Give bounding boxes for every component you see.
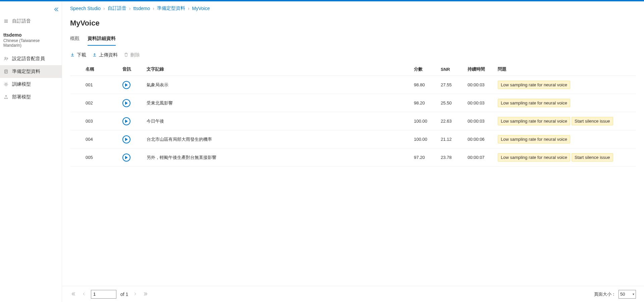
delete-button: 刪除 xyxy=(124,52,140,58)
sidebar-item-voice-talent[interactable]: 設定語音配音員 xyxy=(0,52,62,65)
data-icon xyxy=(3,69,9,74)
main-content: Speech Studio › 自訂語音 › ttsdemo › 準備定型資料 … xyxy=(62,1,644,302)
play-button[interactable] xyxy=(122,135,130,143)
play-button[interactable] xyxy=(122,99,130,107)
cell-name: 005 xyxy=(83,148,120,167)
sidebar-item-train-model[interactable]: 訓練模型 xyxy=(0,78,62,91)
sidebar-item-prepare-data[interactable]: 準備定型資料 xyxy=(0,65,62,78)
col-header-snr[interactable]: SNR xyxy=(438,63,465,76)
cell-issues: Low sampling rate for neural voiceStart … xyxy=(495,148,636,167)
svg-marker-11 xyxy=(125,83,128,87)
cell-issues: Low sampling rate for neural voiceStart … xyxy=(495,112,636,130)
col-header-duration[interactable]: 持續時間 xyxy=(465,63,495,76)
cell-issues: Low sampling rate for neural voice xyxy=(495,130,636,148)
breadcrumb-current[interactable]: MyVoice xyxy=(192,6,210,11)
cell-snr: 21.12 xyxy=(438,130,465,148)
cell-score: 100.00 xyxy=(411,130,438,148)
table-row[interactable]: 003 今日午後 100.00 22.63 00:00:03 Low sampl… xyxy=(70,112,636,130)
svg-marker-15 xyxy=(125,156,128,159)
issue-badge: Low sampling rate for neural voice xyxy=(498,81,570,89)
breadcrumb: Speech Studio › 自訂語音 › ttsdemo › 準備定型資料 … xyxy=(70,5,636,11)
cell-snr: 23.78 xyxy=(438,148,465,167)
table-header-row: 名稱 音訊 文字記錄 分數 SNR 持續時間 問題 xyxy=(70,63,636,76)
issue-badge: Low sampling rate for neural voice xyxy=(498,99,570,107)
cell-issues: Low sampling rate for neural voice xyxy=(495,94,636,112)
delete-label: 刪除 xyxy=(130,52,140,58)
page-size-select[interactable]: 50 ▾ xyxy=(619,290,636,299)
play-icon xyxy=(125,138,128,141)
svg-marker-13 xyxy=(125,120,128,123)
chevron-down-icon: ▾ xyxy=(633,292,634,296)
col-header-text[interactable]: 文字記錄 xyxy=(144,63,411,76)
tabs: 概觀 資料詳細資料 xyxy=(70,34,636,46)
voice-talent-icon xyxy=(3,56,9,61)
page-title: MyVoice xyxy=(70,19,636,28)
breadcrumb-link[interactable]: ttsdemo xyxy=(133,6,150,11)
page-of-label: of 1 xyxy=(120,292,128,297)
cell-transcript: 受東北風影響 xyxy=(144,94,411,112)
cell-score: 98.20 xyxy=(411,94,438,112)
pager-last-button[interactable] xyxy=(142,290,149,298)
issue-badge: Start silence issue xyxy=(572,153,613,162)
play-icon xyxy=(125,156,128,159)
toolbar: 下載 上傳資料 刪除 xyxy=(70,52,636,58)
pager-prev-button[interactable] xyxy=(81,290,87,298)
cell-snr: 25.50 xyxy=(438,94,465,112)
cell-duration: 00:00:03 xyxy=(465,112,495,130)
pager: of 1 頁面大小： 50 ▾ xyxy=(62,286,644,302)
project-language: Chinese (Taiwanese Mandarin) xyxy=(3,38,57,48)
deploy-icon xyxy=(3,95,9,99)
play-icon xyxy=(125,83,128,87)
delete-icon xyxy=(124,52,128,58)
project-name: ttsdemo xyxy=(3,32,57,38)
chevron-right-icon: › xyxy=(103,6,105,11)
page-input[interactable] xyxy=(91,290,116,299)
svg-marker-14 xyxy=(125,138,128,141)
table-row[interactable]: 002 受東北風影響 98.20 25.50 00:00:03 Low samp… xyxy=(70,94,636,112)
table-row[interactable]: 005 另外，輕颱午後生產對台無直接影響 97.20 23.78 00:00:0… xyxy=(70,148,636,167)
cell-score: 98.80 xyxy=(411,76,438,94)
sidebar-item-label: 部署模型 xyxy=(12,94,31,100)
page-size-value: 50 xyxy=(620,292,625,297)
sidebar-item-label: 準備定型資料 xyxy=(12,69,40,75)
sidebar-section-title: 自訂語音 xyxy=(0,15,62,28)
chevron-right-icon: › xyxy=(188,6,190,11)
download-button[interactable]: 下載 xyxy=(70,52,86,58)
issue-badge: Low sampling rate for neural voice xyxy=(498,153,570,162)
pager-next-button[interactable] xyxy=(132,290,138,298)
play-button[interactable] xyxy=(122,117,130,125)
cell-name: 004 xyxy=(83,130,120,148)
page-size-label: 頁面大小： xyxy=(594,291,616,297)
tab-data-details[interactable]: 資料詳細資料 xyxy=(88,34,116,46)
breadcrumb-link[interactable]: 自訂語音 xyxy=(108,5,126,11)
table-row[interactable]: 004 台北市山區有局部大雨發生的機率 100.00 21.12 00:00:0… xyxy=(70,130,636,148)
breadcrumb-link[interactable]: Speech Studio xyxy=(70,6,101,11)
col-header-name[interactable]: 名稱 xyxy=(83,63,120,76)
sidebar-item-label: 設定語音配音員 xyxy=(12,56,45,62)
play-button[interactable] xyxy=(122,154,130,162)
table-row[interactable]: 001 氣象局表示 98.80 27.55 00:00:03 Low sampl… xyxy=(70,76,636,94)
sidebar-collapse-button[interactable] xyxy=(51,4,62,15)
cell-duration: 00:00:07 xyxy=(465,148,495,167)
sidebar-item-label: 訓練模型 xyxy=(12,81,31,87)
breadcrumb-link[interactable]: 準備定型資料 xyxy=(157,5,185,11)
col-header-audio[interactable]: 音訊 xyxy=(120,63,144,76)
upload-label: 上傳資料 xyxy=(99,52,118,58)
pager-first-button[interactable] xyxy=(70,290,77,298)
sidebar-item-deploy-model[interactable]: 部署模型 xyxy=(0,91,62,103)
cell-duration: 00:00:06 xyxy=(465,130,495,148)
sidebar-section-label: 自訂語音 xyxy=(12,18,31,24)
upload-button[interactable]: 上傳資料 xyxy=(92,52,118,58)
cell-duration: 00:00:03 xyxy=(465,76,495,94)
train-model-icon xyxy=(3,82,9,87)
col-header-issue[interactable]: 問題 xyxy=(495,63,636,76)
col-header-score[interactable]: 分數 xyxy=(411,63,438,76)
chevron-right-icon: › xyxy=(129,6,131,11)
tab-overview[interactable]: 概觀 xyxy=(70,34,79,46)
cell-name: 002 xyxy=(83,94,120,112)
play-icon xyxy=(125,101,128,105)
play-button[interactable] xyxy=(122,81,130,89)
cell-transcript: 台北市山區有局部大雨發生的機率 xyxy=(144,130,411,148)
download-icon xyxy=(70,52,75,58)
cell-transcript: 另外，輕颱午後生產對台無直接影響 xyxy=(144,148,411,167)
